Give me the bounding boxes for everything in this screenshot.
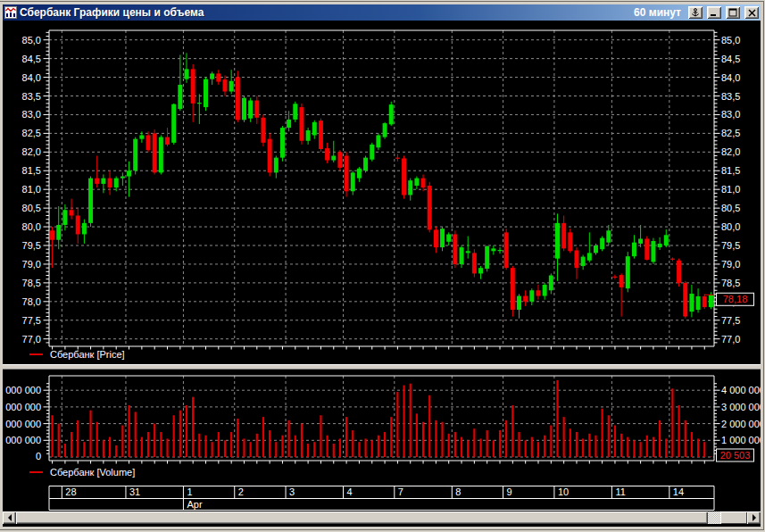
anchor-button[interactable] [688, 6, 703, 19]
svg-text:79,0: 79,0 [22, 259, 41, 270]
price-gridlines [49, 30, 714, 346]
svg-text:000 000: 000 000 [5, 385, 41, 395]
svg-text:82,0: 82,0 [721, 146, 740, 157]
svg-text:14: 14 [673, 486, 684, 497]
svg-text:Apr: Apr [187, 499, 202, 510]
svg-text:79,5: 79,5 [721, 240, 740, 251]
left-arrow-icon [8, 514, 12, 521]
svg-text:78,5: 78,5 [721, 278, 740, 288]
price-legend-line [29, 353, 43, 355]
svg-text:85,0: 85,0 [721, 35, 740, 46]
scroll-left-button[interactable] [3, 511, 16, 524]
chart-content: 85,085,084,584,584,084,083,583,583,083,0… [3, 21, 761, 524]
svg-text:28: 28 [65, 486, 76, 497]
svg-text:78,0: 78,0 [22, 296, 41, 307]
svg-text:2: 2 [238, 486, 244, 497]
volume-bars-layer [51, 380, 711, 457]
svg-text:77,5: 77,5 [721, 315, 740, 326]
app-chart-icon [4, 6, 17, 19]
svg-text:7: 7 [398, 486, 403, 497]
svg-text:85,0: 85,0 [22, 35, 41, 46]
svg-text:83,0: 83,0 [22, 109, 41, 120]
svg-text:3: 3 [289, 486, 295, 497]
scroll-right-button[interactable] [747, 511, 761, 524]
svg-text:77,0: 77,0 [721, 334, 740, 345]
svg-text:82,5: 82,5 [721, 128, 740, 138]
svg-text:81,5: 81,5 [22, 165, 41, 176]
svg-text:81,5: 81,5 [721, 165, 740, 176]
svg-text:82,0: 82,0 [22, 146, 41, 157]
svg-text:78,18: 78,18 [723, 294, 748, 304]
svg-text:82,5: 82,5 [22, 128, 41, 138]
svg-text:0: 0 [36, 451, 41, 461]
svg-text:84,5: 84,5 [22, 54, 41, 64]
svg-text:31: 31 [129, 486, 140, 497]
svg-text:80,0: 80,0 [22, 221, 41, 232]
svg-text:4 000 000: 4 000 000 [721, 385, 761, 395]
scrollbar-thumb[interactable] [16, 511, 708, 524]
candles-layer [50, 53, 713, 318]
svg-text:83,5: 83,5 [22, 91, 41, 102]
current-volume-marker: 20 503 [717, 449, 754, 461]
svg-text:000 000: 000 000 [5, 419, 41, 429]
close-icon [748, 9, 756, 17]
maximize-icon [728, 8, 737, 17]
svg-text:9: 9 [507, 486, 512, 497]
svg-text:8: 8 [455, 486, 461, 497]
scrollbar-segment[interactable] [720, 511, 747, 524]
date-axis: 28311234789101114Apr [3, 484, 761, 511]
right-arrow-icon [753, 514, 756, 521]
close-button[interactable] [744, 6, 759, 19]
svg-text:80,5: 80,5 [22, 203, 41, 213]
price-chart[interactable]: 85,085,084,584,584,084,083,583,583,083,0… [3, 21, 761, 364]
svg-text:78,5: 78,5 [22, 278, 41, 288]
svg-text:83,5: 83,5 [721, 91, 740, 102]
volume-chart[interactable]: 000 000000 000000 000000 00004 000 0003 … [3, 370, 761, 470]
svg-text:84,0: 84,0 [721, 72, 740, 83]
maximize-button[interactable] [726, 6, 740, 19]
svg-text:77,5: 77,5 [22, 315, 41, 326]
svg-text:4: 4 [347, 486, 353, 497]
svg-text:79,5: 79,5 [22, 240, 41, 251]
svg-text:000 000: 000 000 [5, 435, 41, 445]
svg-text:84,0: 84,0 [22, 72, 41, 83]
chart-window: Сбербанк Графики цены и объема 60 минут [0, 2, 763, 529]
scrollbar-track[interactable] [708, 511, 720, 524]
price-borders [49, 30, 714, 346]
svg-text:20 503: 20 503 [720, 450, 751, 461]
svg-text:1: 1 [187, 486, 192, 497]
date-grid [49, 486, 714, 511]
minimize-button[interactable] [707, 6, 721, 19]
svg-text:77,0: 77,0 [22, 334, 41, 345]
svg-text:10: 10 [558, 486, 569, 497]
svg-text:81,0: 81,0 [22, 184, 41, 195]
svg-text:80,5: 80,5 [721, 203, 740, 213]
svg-text:84,5: 84,5 [721, 54, 740, 64]
svg-text:81,0: 81,0 [721, 184, 740, 195]
price-legend-label: Сбербанк [Price] [50, 349, 125, 360]
horizontal-scrollbar[interactable] [3, 511, 761, 524]
volume-legend: Сбербанк [Volume] [29, 467, 135, 478]
volume-legend-label: Сбербанк [Volume] [50, 467, 135, 478]
svg-text:000 000: 000 000 [5, 402, 41, 412]
anchor-icon [691, 8, 700, 18]
svg-text:79,0: 79,0 [721, 259, 740, 270]
minimize-icon [710, 8, 719, 17]
svg-text:11: 11 [615, 486, 625, 497]
svg-text:80,0: 80,0 [721, 221, 740, 232]
svg-text:83,0: 83,0 [721, 109, 740, 120]
title-bar[interactable]: Сбербанк Графики цены и объема 60 минут [3, 4, 761, 21]
window-title: Сбербанк Графики цены и объема [20, 6, 204, 19]
svg-text:2 000 000: 2 000 000 [721, 419, 761, 429]
panel-splitter[interactable] [3, 364, 761, 370]
svg-text:1 000 000: 1 000 000 [721, 435, 761, 445]
svg-text:3 000 000: 3 000 000 [721, 402, 761, 412]
price-legend: Сбербанк [Price] [29, 349, 125, 360]
volume-legend-line [29, 471, 43, 473]
interval-label: 60 минут [634, 6, 681, 19]
